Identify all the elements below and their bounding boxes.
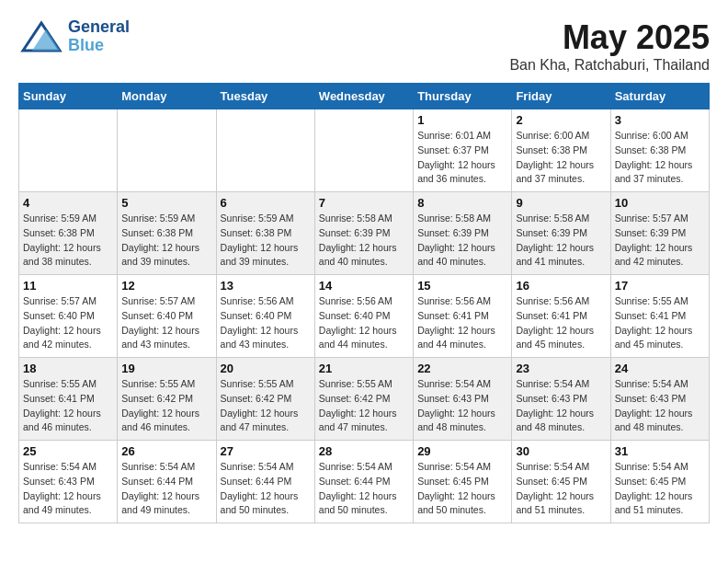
calendar-cell: 16Sunrise: 5:56 AM Sunset: 6:41 PM Dayli… [512, 275, 610, 358]
calendar-cell: 12Sunrise: 5:57 AM Sunset: 6:40 PM Dayli… [118, 275, 216, 358]
calendar-cell: 4Sunrise: 5:59 AM Sunset: 6:38 PM Daylig… [19, 192, 118, 275]
day-number: 1 [417, 113, 507, 127]
calendar-cell: 23Sunrise: 5:54 AM Sunset: 6:43 PM Dayli… [512, 358, 610, 441]
logo: General Blue [18, 18, 130, 55]
day-info: Sunrise: 6:00 AM Sunset: 6:38 PM Dayligh… [615, 129, 705, 187]
logo-general: General [68, 18, 130, 37]
day-info: Sunrise: 5:59 AM Sunset: 6:38 PM Dayligh… [221, 212, 311, 270]
page-header: General Blue May 2025 Ban Kha, Ratchabur… [18, 18, 710, 74]
calendar-cell: 25Sunrise: 5:54 AM Sunset: 6:43 PM Dayli… [19, 441, 118, 523]
day-number: 4 [23, 196, 113, 210]
day-info: Sunrise: 5:55 AM Sunset: 6:41 PM Dayligh… [23, 377, 113, 435]
calendar-cell: 2Sunrise: 6:00 AM Sunset: 6:38 PM Daylig… [512, 109, 610, 192]
weekday-header: Wednesday [314, 84, 413, 109]
calendar-cell: 14Sunrise: 5:56 AM Sunset: 6:40 PM Dayli… [314, 275, 413, 358]
calendar-cell [314, 109, 413, 192]
day-info: Sunrise: 5:56 AM Sunset: 6:40 PM Dayligh… [221, 294, 311, 352]
day-info: Sunrise: 5:54 AM Sunset: 6:45 PM Dayligh… [516, 460, 606, 518]
day-info: Sunrise: 5:57 AM Sunset: 6:40 PM Dayligh… [23, 294, 113, 352]
day-number: 3 [615, 113, 705, 127]
calendar-cell: 18Sunrise: 5:55 AM Sunset: 6:41 PM Dayli… [19, 358, 118, 441]
day-info: Sunrise: 5:56 AM Sunset: 6:41 PM Dayligh… [417, 294, 507, 352]
calendar-week-row: 4Sunrise: 5:59 AM Sunset: 6:38 PM Daylig… [19, 192, 710, 275]
day-number: 18 [23, 362, 113, 375]
calendar-cell: 31Sunrise: 5:54 AM Sunset: 6:45 PM Dayli… [610, 441, 709, 523]
calendar-cell: 19Sunrise: 5:55 AM Sunset: 6:42 PM Dayli… [118, 358, 216, 441]
day-number: 31 [615, 444, 705, 458]
day-number: 12 [121, 279, 211, 293]
day-info: Sunrise: 5:54 AM Sunset: 6:43 PM Dayligh… [23, 460, 113, 518]
day-info: Sunrise: 5:54 AM Sunset: 6:43 PM Dayligh… [516, 377, 606, 435]
calendar-cell: 9Sunrise: 5:58 AM Sunset: 6:39 PM Daylig… [512, 192, 610, 275]
day-number: 15 [417, 279, 507, 293]
calendar-cell: 24Sunrise: 5:54 AM Sunset: 6:43 PM Dayli… [610, 358, 709, 441]
day-number: 19 [121, 362, 211, 375]
calendar-cell [118, 109, 216, 192]
day-info: Sunrise: 6:00 AM Sunset: 6:38 PM Dayligh… [516, 129, 606, 187]
day-info: Sunrise: 5:54 AM Sunset: 6:44 PM Dayligh… [319, 460, 409, 518]
weekday-header: Thursday [414, 84, 512, 109]
calendar-week-row: 18Sunrise: 5:55 AM Sunset: 6:41 PM Dayli… [19, 358, 710, 441]
calendar-cell: 30Sunrise: 5:54 AM Sunset: 6:45 PM Dayli… [512, 441, 610, 523]
calendar-cell: 3Sunrise: 6:00 AM Sunset: 6:38 PM Daylig… [610, 109, 709, 192]
day-number: 2 [516, 113, 606, 127]
day-info: Sunrise: 5:54 AM Sunset: 6:45 PM Dayligh… [615, 460, 705, 518]
calendar-cell [216, 109, 314, 192]
day-info: Sunrise: 5:55 AM Sunset: 6:42 PM Dayligh… [221, 377, 311, 435]
day-info: Sunrise: 5:58 AM Sunset: 6:39 PM Dayligh… [319, 212, 409, 270]
day-info: Sunrise: 5:54 AM Sunset: 6:44 PM Dayligh… [121, 460, 211, 518]
calendar-cell: 11Sunrise: 5:57 AM Sunset: 6:40 PM Dayli… [19, 275, 118, 358]
day-info: Sunrise: 5:57 AM Sunset: 6:39 PM Dayligh… [615, 212, 705, 270]
weekday-header: Saturday [610, 84, 709, 109]
day-info: Sunrise: 5:56 AM Sunset: 6:40 PM Dayligh… [319, 294, 409, 352]
day-number: 9 [516, 196, 606, 210]
day-number: 11 [23, 279, 113, 293]
calendar-cell: 17Sunrise: 5:55 AM Sunset: 6:41 PM Dayli… [610, 275, 709, 358]
calendar-cell [19, 109, 118, 192]
day-number: 5 [121, 196, 211, 210]
calendar-table: SundayMondayTuesdayWednesdayThursdayFrid… [18, 83, 710, 523]
day-info: Sunrise: 5:58 AM Sunset: 6:39 PM Dayligh… [417, 212, 507, 270]
weekday-header: Friday [512, 84, 610, 109]
day-number: 27 [221, 444, 311, 458]
day-info: Sunrise: 5:54 AM Sunset: 6:43 PM Dayligh… [615, 377, 705, 435]
day-info: Sunrise: 5:59 AM Sunset: 6:38 PM Dayligh… [23, 212, 113, 270]
calendar-week-row: 25Sunrise: 5:54 AM Sunset: 6:43 PM Dayli… [19, 441, 710, 523]
calendar-cell: 26Sunrise: 5:54 AM Sunset: 6:44 PM Dayli… [118, 441, 216, 523]
day-number: 10 [615, 196, 705, 210]
weekday-header: Monday [118, 84, 216, 109]
day-info: Sunrise: 5:54 AM Sunset: 6:45 PM Dayligh… [417, 460, 507, 518]
day-info: Sunrise: 5:54 AM Sunset: 6:43 PM Dayligh… [417, 377, 507, 435]
day-number: 26 [121, 444, 211, 458]
calendar-cell: 5Sunrise: 5:59 AM Sunset: 6:38 PM Daylig… [118, 192, 216, 275]
day-number: 23 [516, 362, 606, 375]
day-number: 24 [615, 362, 705, 375]
day-info: Sunrise: 5:57 AM Sunset: 6:40 PM Dayligh… [121, 294, 211, 352]
day-info: Sunrise: 5:54 AM Sunset: 6:44 PM Dayligh… [221, 460, 311, 518]
day-number: 30 [516, 444, 606, 458]
day-number: 17 [615, 279, 705, 293]
calendar-cell: 6Sunrise: 5:59 AM Sunset: 6:38 PM Daylig… [216, 192, 314, 275]
day-info: Sunrise: 5:55 AM Sunset: 6:42 PM Dayligh… [319, 377, 409, 435]
calendar-week-row: 1Sunrise: 6:01 AM Sunset: 6:37 PM Daylig… [19, 109, 710, 192]
page-subtitle: Ban Kha, Ratchaburi, Thailand [509, 57, 710, 74]
day-number: 25 [23, 444, 113, 458]
day-info: Sunrise: 5:55 AM Sunset: 6:42 PM Dayligh… [121, 377, 211, 435]
calendar-cell: 13Sunrise: 5:56 AM Sunset: 6:40 PM Dayli… [216, 275, 314, 358]
page-title: May 2025 [509, 18, 710, 57]
day-number: 22 [417, 362, 507, 375]
calendar-cell: 20Sunrise: 5:55 AM Sunset: 6:42 PM Dayli… [216, 358, 314, 441]
weekday-header: Sunday [19, 84, 118, 109]
day-info: Sunrise: 6:01 AM Sunset: 6:37 PM Dayligh… [417, 129, 507, 187]
day-number: 16 [516, 279, 606, 293]
day-number: 8 [417, 196, 507, 210]
day-info: Sunrise: 5:58 AM Sunset: 6:39 PM Dayligh… [516, 212, 606, 270]
weekday-header: Tuesday [216, 84, 314, 109]
calendar-cell: 29Sunrise: 5:54 AM Sunset: 6:45 PM Dayli… [414, 441, 512, 523]
calendar-cell: 8Sunrise: 5:58 AM Sunset: 6:39 PM Daylig… [414, 192, 512, 275]
day-number: 13 [221, 279, 311, 293]
logo-text: General Blue [68, 18, 130, 55]
calendar-cell: 15Sunrise: 5:56 AM Sunset: 6:41 PM Dayli… [414, 275, 512, 358]
logo-icon [18, 18, 64, 55]
calendar-week-row: 11Sunrise: 5:57 AM Sunset: 6:40 PM Dayli… [19, 275, 710, 358]
